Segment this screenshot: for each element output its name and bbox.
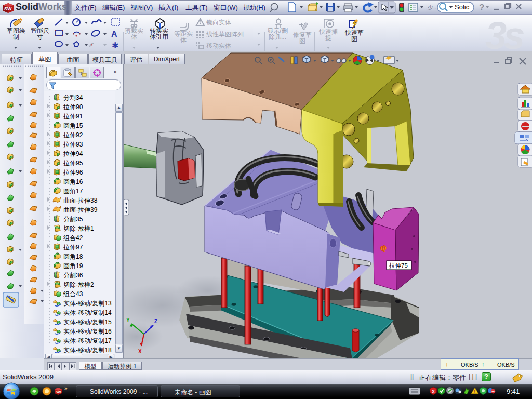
svg-text:✱: ✱ bbox=[112, 41, 118, 50]
svg-text:少..: 少.. bbox=[428, 4, 436, 10]
svg-text:A: A bbox=[111, 30, 117, 38]
svg-text:Y: Y bbox=[126, 317, 130, 323]
svg-text:?: ? bbox=[479, 3, 484, 12]
svg-text:SW: SW bbox=[4, 6, 12, 11]
svg-text:Solic: Solic bbox=[455, 3, 470, 11]
svg-text:!: ! bbox=[474, 389, 475, 394]
svg-text:»: » bbox=[64, 385, 68, 391]
svg-text:Z: Z bbox=[154, 318, 157, 324]
svg-text:SW: SW bbox=[56, 390, 61, 394]
svg-text:x: x bbox=[432, 389, 434, 394]
svg-text:X: X bbox=[138, 349, 142, 354]
svg-text:拉伸75: 拉伸75 bbox=[389, 262, 408, 269]
